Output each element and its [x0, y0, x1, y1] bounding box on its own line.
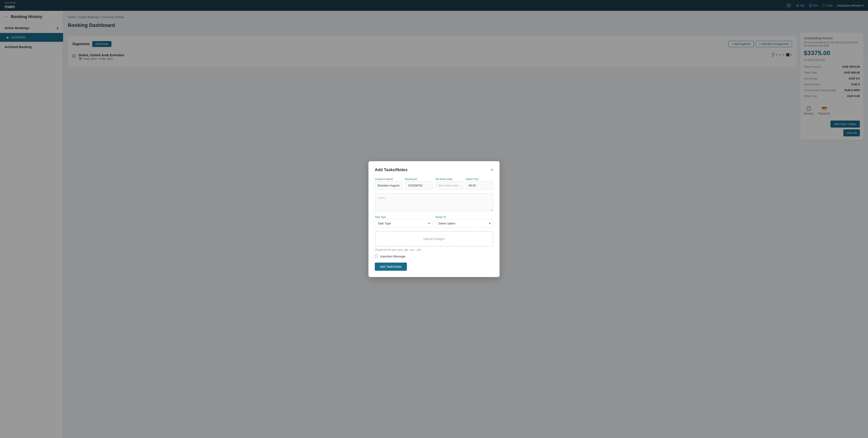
modal-close-button[interactable]: ×: [491, 168, 493, 172]
modal-overlay: Add Tasks/Notes × Customer Name Booking …: [0, 0, 868, 438]
task-type-select[interactable]: Task Type Follow Up Reminder Note: [375, 219, 433, 228]
customer-name-input[interactable]: [375, 181, 402, 190]
set-active-date-label: Set Active Date: [435, 178, 463, 180]
task-type-wrapper: Task Type Follow Up Reminder Note: [375, 219, 433, 228]
important-label: Important Message: [380, 255, 405, 258]
select-time-label: Select Time: [466, 178, 493, 180]
important-message-row: Important Message: [375, 255, 493, 258]
upload-label: Upload Images: [423, 237, 445, 241]
assign-to-label: Assign To: [435, 215, 493, 218]
upload-area[interactable]: Upload Images: [375, 231, 493, 246]
booking-id-label: Booking ID: [405, 178, 433, 180]
modal-selects: Task Type Task Type Follow Up Reminder N…: [375, 215, 493, 228]
modal-header: Add Tasks/Notes ×: [375, 168, 493, 172]
booking-id-field: Booking ID: [405, 178, 433, 190]
set-active-date-input[interactable]: [435, 181, 463, 190]
task-type-label: Task Type: [375, 215, 433, 218]
add-tasks-modal: Add Tasks/Notes × Customer Name Booking …: [368, 161, 500, 277]
select-time-field: Select Time: [466, 178, 493, 190]
task-type-group: Task Type Task Type Follow Up Reminder N…: [375, 215, 433, 228]
assign-to-wrapper: Select option Agent 1 Agent 2: [435, 219, 493, 228]
assign-to-group: Assign To Select option Agent 1 Agent 2: [435, 215, 493, 228]
modal-fields: Customer Name Booking ID Set Active Date…: [375, 178, 493, 190]
upload-hint: (Supported file type .jpeg, .jpg, .png ,…: [375, 248, 493, 251]
customer-name-field: Customer Name: [375, 178, 402, 190]
customer-name-label: Customer Name: [375, 178, 402, 180]
booking-id-input[interactable]: [405, 181, 433, 190]
modal-title: Add Tasks/Notes: [375, 168, 408, 172]
assign-to-select[interactable]: Select option Agent 1 Agent 2: [435, 219, 493, 228]
set-active-date-field: Set Active Date: [435, 178, 463, 190]
select-time-input[interactable]: [466, 181, 493, 190]
notes-textarea[interactable]: [375, 193, 493, 211]
important-checkbox[interactable]: [375, 255, 378, 258]
add-task-submit-button[interactable]: Add Task/Notes: [375, 263, 407, 271]
